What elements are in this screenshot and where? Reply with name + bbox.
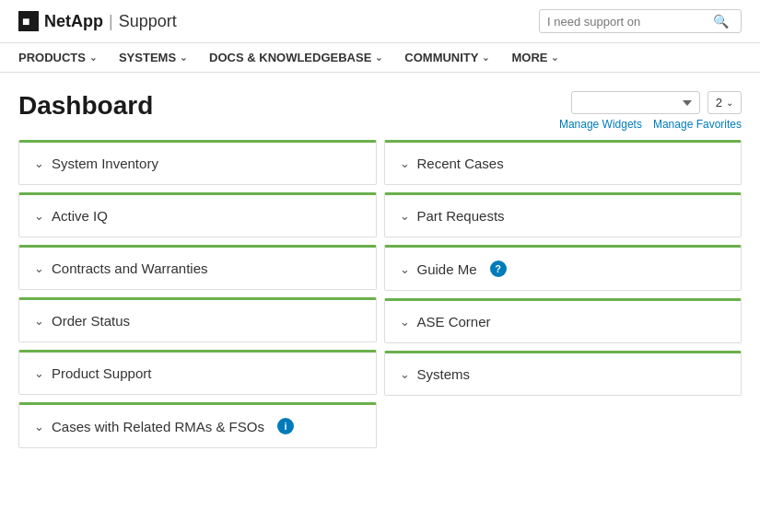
nav-item-systems[interactable]: SYSTEMS ⌄ — [119, 51, 187, 64]
page-title: Dashboard — [18, 91, 153, 121]
question-badge: ? — [490, 260, 507, 277]
chevron-down-icon: ⌄ — [551, 52, 558, 63]
chevron-down-icon: ⌄ — [34, 420, 44, 434]
search-box: 🔍 — [539, 9, 742, 33]
logo: ■ NetApp | Support — [18, 11, 177, 31]
chevron-down-icon: ⌄ — [34, 261, 44, 275]
widget-order-status[interactable]: ⌄ Order Status — [18, 297, 377, 342]
dashboard-dropdown[interactable] — [571, 91, 700, 114]
widget-system-inventory[interactable]: ⌄ System Inventory — [18, 140, 377, 185]
chevron-down-icon: ⌄ — [180, 52, 187, 63]
chevron-down-icon: ⌄ — [34, 209, 44, 223]
manage-links: Manage Widgets Manage Favorites — [559, 118, 742, 131]
chevron-down-icon: ⌄ — [400, 367, 410, 381]
chevron-down-icon: ⌄ — [34, 314, 44, 328]
chevron-down-icon: ⌄ — [34, 156, 44, 170]
widget-active-iq[interactable]: ⌄ Active IQ — [18, 192, 377, 237]
nav-item-products[interactable]: PRODUCTS ⌄ — [18, 51, 97, 64]
main-content: Dashboard 2 ⌄ Manage Widgets Manage Favo… — [0, 73, 760, 467]
chevron-down-icon: ⌄ — [89, 52, 97, 63]
logo-separator: | — [109, 12, 113, 31]
widget-contracts-warranties[interactable]: ⌄ Contracts and Warranties — [18, 245, 377, 290]
svg-text:■: ■ — [22, 14, 29, 29]
page-count: 2 ⌄ — [707, 91, 742, 114]
logo-support: Support — [119, 12, 177, 31]
widget-guide-me[interactable]: ⌄ Guide Me ? — [384, 245, 742, 291]
chevron-down-icon: ⌄ — [482, 52, 489, 63]
widget-systems[interactable]: ⌄ Systems — [384, 351, 742, 396]
chevron-down-icon: ⌄ — [34, 366, 44, 380]
dashboard-controls: 2 ⌄ Manage Widgets Manage Favorites — [559, 91, 742, 131]
dashboard-grid: ⌄ System Inventory ⌄ Active IQ ⌄ Contrac… — [18, 140, 742, 448]
chevron-down-icon: ⌄ — [400, 156, 410, 170]
left-column: ⌄ System Inventory ⌄ Active IQ ⌄ Contrac… — [18, 140, 377, 448]
widget-recent-cases[interactable]: ⌄ Recent Cases — [384, 140, 742, 185]
chevron-down-icon: ⌄ — [400, 209, 410, 223]
logo-icon: ■ — [18, 11, 39, 31]
logo-brand: NetApp — [44, 12, 103, 31]
search-icon-button[interactable]: 🔍 — [713, 14, 729, 29]
nav-item-more[interactable]: MORE ⌄ — [511, 51, 558, 64]
widget-cases-rmas-fsos[interactable]: ⌄ Cases with Related RMAs & FSOs i — [18, 402, 377, 448]
nav-item-docs[interactable]: DOCS & KNOWLEDGEBASE ⌄ — [209, 51, 382, 64]
controls-top-row: 2 ⌄ — [571, 91, 742, 114]
right-column: ⌄ Recent Cases ⌄ Part Requests ⌄ Guide M… — [384, 140, 742, 448]
widget-ase-corner[interactable]: ⌄ ASE Corner — [384, 298, 742, 343]
manage-widgets-link[interactable]: Manage Widgets — [559, 118, 642, 131]
nav-item-community[interactable]: COMMUNITY ⌄ — [404, 51, 489, 64]
search-input[interactable] — [547, 15, 713, 29]
manage-favorites-link[interactable]: Manage Favorites — [653, 118, 742, 131]
chevron-down-icon: ⌄ — [375, 52, 382, 63]
chevron-down-icon: ⌄ — [400, 262, 410, 276]
widget-product-support[interactable]: ⌄ Product Support — [18, 350, 377, 395]
header: ■ NetApp | Support 🔍 — [0, 0, 760, 43]
nav-bar: PRODUCTS ⌄ SYSTEMS ⌄ DOCS & KNOWLEDGEBAS… — [0, 43, 760, 73]
chevron-down-icon: ⌄ — [726, 98, 733, 108]
chevron-down-icon: ⌄ — [400, 315, 410, 329]
widget-part-requests[interactable]: ⌄ Part Requests — [384, 192, 742, 237]
dashboard-header: Dashboard 2 ⌄ Manage Widgets Manage Favo… — [18, 91, 742, 131]
info-badge: i — [277, 418, 294, 434]
